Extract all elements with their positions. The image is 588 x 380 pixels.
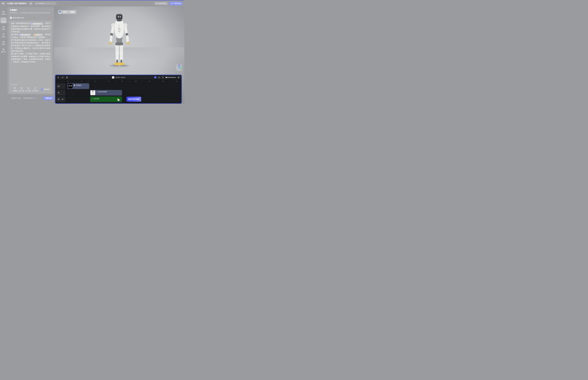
cost-stones-value: 0 — [35, 97, 36, 99]
svg-text:AI: AI — [14, 88, 15, 88]
generate-now-button[interactable]: 立即生成 — [43, 96, 54, 100]
axis-neg-z — [178, 69, 180, 70]
timeline-tracks[interactable]: 鼠标长按并拖拽 0f2f4f6f8f10f12f14f16f害羞微笑超帅走路姿势… — [66, 80, 181, 103]
expression-track-header[interactable] — [56, 83, 66, 89]
merge-save-button[interactable]: 合成并保存 — [154, 2, 168, 5]
person-icon — [2, 33, 5, 36]
yellow-bracket: 」 — [47, 36, 49, 38]
remove-tag-button[interactable]: × — [30, 34, 30, 36]
tool-label: 一键编排 — [12, 90, 17, 92]
model-avatar — [58, 10, 62, 14]
floppy-icon — [156, 2, 158, 4]
ruler-tick-minor — [102, 81, 102, 82]
axis-y: Y — [178, 67, 180, 69]
clear-arrange-button[interactable]: 清空编排 — [32, 87, 39, 92]
rhythm-motion-checkbox[interactable] — [41, 88, 43, 91]
walker-icon — [96, 91, 98, 93]
script-editor[interactable]: 这是一家全球领先的公司哈哈大笑(10s)×「专注于先进机器人系统的设计、制造和部… — [9, 21, 52, 94]
script-text: 这是一家全球领先的公司哈哈大笑(10s)×「专注于先进机器人系统的设计、制造和部… — [11, 22, 50, 84]
expression-tag-icon — [19, 34, 21, 36]
gem-icon — [33, 97, 35, 99]
music-box-icon — [2, 41, 5, 43]
zoom-in-button[interactable] — [178, 76, 180, 78]
sidebar-item-motion-mimic[interactable]: 动作模仿 — [0, 10, 7, 16]
play-audio-button[interactable] — [10, 17, 12, 19]
ruler-tick-minor — [156, 81, 156, 82]
delete-clip-button[interactable] — [66, 76, 68, 78]
ruler-tick-label: 4f — [95, 80, 96, 82]
ruler-tick-minor — [170, 81, 170, 82]
axis-gizmo[interactable]: Z Y X — [176, 64, 182, 71]
expression-tag-icon — [31, 23, 33, 25]
rhythm-motion-label: 韵律动作 — [44, 88, 50, 91]
purple-bracket: 」 — [49, 36, 50, 38]
zoom-slider-handle[interactable] — [166, 77, 167, 78]
expression-clip[interactable]: 害羞微笑 — [67, 83, 89, 89]
timeline-body: 鼠标长按并拖拽 0f2f4f6f8f10f12f14f16f害羞微笑超帅走路姿势… — [55, 80, 181, 103]
tag-label: 哈哈大笑(10s) — [21, 34, 29, 36]
audio-file-row: 默认名称1.mp3 — [10, 16, 52, 19]
pencil-icon — [30, 2, 32, 4]
deploy-to-device-button[interactable]: 下发到设备 — [169, 2, 183, 5]
expression-clip-thumbnail — [68, 84, 73, 88]
ruler-tick-minor — [115, 81, 116, 82]
action-track-header[interactable] — [56, 90, 66, 95]
tool-label: 插入表情 — [26, 90, 31, 92]
delete-audio-button[interactable] — [50, 17, 52, 19]
clip-label: 官方声音 — [91, 98, 99, 100]
ruler-tick-label: 2f — [81, 80, 82, 82]
insert-expression-button[interactable]: 插入表情 — [25, 87, 32, 92]
tool-label: 清空编排 — [32, 90, 38, 92]
action-tag[interactable]: 弯腰(5s)× — [34, 34, 43, 36]
note-icon — [91, 98, 93, 100]
undo-button[interactable] — [57, 76, 59, 78]
audio-track-header[interactable] — [56, 96, 66, 102]
save-status-label: 保存时间 — [39, 2, 44, 4]
speaker-icon — [62, 98, 64, 100]
zoom-out-button[interactable] — [162, 76, 164, 78]
tag-label: 哈哈大笑(10s) — [33, 22, 41, 25]
ruler-tick-minor — [129, 81, 129, 82]
ruler-tick-minor — [88, 81, 88, 82]
action-clip-thumbnail — [90, 90, 95, 95]
clip-label: 害羞微笑 — [74, 84, 82, 86]
remove-tag-button[interactable]: × — [41, 34, 42, 36]
clapper-icon — [2, 11, 5, 13]
expression-tag[interactable]: 哈哈大笑(10s)× — [31, 23, 43, 25]
fit-width-button[interactable] — [158, 76, 160, 78]
auto-fit-toggle[interactable] — [154, 76, 156, 78]
sparkles-icon — [2, 18, 5, 20]
rename-project-button[interactable] — [29, 2, 33, 5]
action-clip[interactable]: 超帅走路姿势 — [90, 90, 122, 95]
one-key-arrange-button[interactable]: AI一键编排 — [11, 87, 18, 92]
face-box-icon — [58, 85, 60, 87]
ruler-tick-minor — [142, 81, 143, 82]
panel-footer: 剩余灵石 300 | 本次消耗灵石 0 立即生成 — [8, 96, 54, 101]
yellow-bracket: 「 — [43, 34, 45, 35]
expression-tag[interactable]: 哈哈大笑(10s)× — [18, 34, 31, 36]
timeline-toolbar: 00:00 / 00:30 — [55, 75, 181, 80]
sidebar-item-my-tasks[interactable]: 我的任务 — [0, 47, 7, 54]
insert-action-button[interactable]: 插入动作 — [18, 87, 25, 92]
script-paragraph: 我们致力于创新，大力投资于研发，以突破人机协作和机器学习的界限。创新机器人公司助… — [11, 52, 50, 63]
timeline-zoom-slider[interactable] — [166, 77, 176, 78]
redo-button[interactable] — [62, 76, 64, 78]
sidebar-item-audio-lib[interactable]: 音频库 — [0, 40, 7, 46]
remove-tag-button[interactable]: × — [42, 22, 42, 25]
script-paragraph: 这是一家全球领先的公司哈哈大笑(10s)×「专注于先进机器人系统的设计、制造和部… — [11, 22, 50, 33]
topbar: A1机器人动作-我的项目1 保存时间 26/01/03 12:01 合成并保存 … — [0, 0, 184, 6]
axis-x: X — [180, 67, 182, 69]
script-text-segment: 我们提供 — [11, 34, 18, 35]
sidebar-item-action-lib[interactable]: 动作库 — [0, 32, 7, 38]
timeline-play-button[interactable] — [112, 76, 115, 79]
sidebar-item-expression-lib[interactable]: 表情库 — [0, 25, 7, 31]
broom-icon — [34, 87, 36, 89]
script-text-segment: 这是一家全球领先的公司 — [11, 22, 30, 24]
purple-bracket: 」 — [40, 25, 41, 27]
char-count: 52 / 1,000 — [11, 84, 50, 85]
robot-figure — [104, 13, 134, 69]
time-display: 00:00 / 00:30 — [116, 76, 125, 78]
sidebar-item-label: 音频编排 — [1, 21, 6, 23]
sidebar-item-audio-arrange[interactable]: 音频编排 — [0, 17, 7, 23]
ruler-tick-label: 8f — [122, 80, 123, 82]
